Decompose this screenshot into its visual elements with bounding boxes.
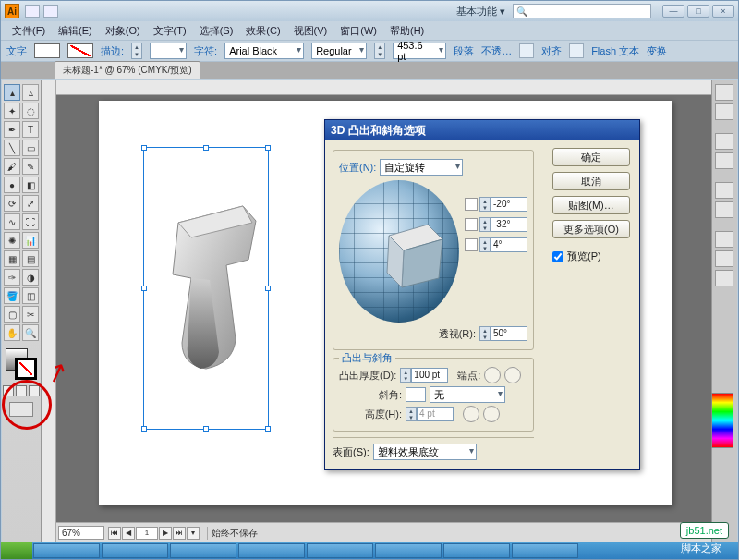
zoom-field[interactable]: 67% — [58, 526, 104, 540]
preview-checkbox-input[interactable] — [552, 251, 563, 262]
panel-swatches-icon[interactable] — [715, 103, 733, 120]
rot-y-stepper[interactable]: ▲▼ — [479, 217, 491, 232]
menu-select[interactable]: 选择(S) — [194, 22, 239, 40]
bevel-in-button[interactable] — [463, 406, 479, 422]
type-tool[interactable]: T — [22, 121, 39, 138]
cap-on-button[interactable] — [484, 367, 501, 383]
rot-z-stepper[interactable]: ▲▼ — [479, 237, 491, 252]
workspace-switcher[interactable]: 基本功能 ▾ — [456, 5, 505, 18]
map-art-button[interactable]: 贴图(M)… — [552, 196, 630, 214]
taskbar-item[interactable] — [443, 543, 510, 558]
menu-help[interactable]: 帮助(H) — [384, 22, 430, 40]
stroke-weight-stepper[interactable]: ▲▼ — [131, 43, 142, 59]
bridge-icon[interactable] — [25, 5, 40, 18]
magic-wand-tool[interactable]: ✦ — [4, 103, 20, 119]
taskbar-item[interactable] — [512, 543, 578, 558]
fill-stroke-control[interactable] — [6, 348, 37, 380]
font-size-select[interactable]: 453.6 pt — [393, 43, 446, 59]
handle-top-middle[interactable] — [203, 145, 209, 151]
blob-brush-tool[interactable]: ● — [4, 177, 20, 193]
font-size-stepper[interactable]: ▲▼ — [374, 43, 385, 59]
perspective-field[interactable]: 50° — [491, 326, 527, 341]
menu-window[interactable]: 窗口(W) — [334, 22, 382, 40]
blend-tool[interactable]: ◑ — [22, 269, 39, 286]
nav-last[interactable]: ⏭ — [173, 527, 186, 540]
mesh-tool[interactable]: ▦ — [4, 250, 20, 267]
screen-mode-button[interactable] — [9, 402, 33, 417]
scale-tool[interactable]: ⤢ — [22, 195, 39, 212]
live-paint-selection-tool[interactable]: ◫ — [22, 287, 39, 304]
font-style-select[interactable]: Regular — [311, 43, 367, 59]
handle-top-right[interactable] — [265, 145, 271, 151]
bevel-height-stepper[interactable]: ▲▼ — [406, 407, 417, 421]
panel-appearance-icon[interactable] — [715, 201, 733, 218]
hand-tool[interactable]: ✋ — [4, 324, 20, 341]
nav-next[interactable]: ▶ — [159, 527, 172, 540]
taskbar-item[interactable] — [170, 543, 236, 558]
more-options-button[interactable]: 更多选项(O) — [552, 220, 630, 238]
recolor-icon[interactable] — [519, 43, 534, 58]
close-button[interactable]: × — [712, 5, 734, 18]
paintbrush-tool[interactable]: 🖌 — [4, 158, 20, 175]
nav-dropdown[interactable]: ▾ — [187, 527, 200, 540]
transform-label[interactable]: 变换 — [647, 44, 667, 58]
perspective-stepper[interactable]: ▲▼ — [479, 326, 491, 341]
pencil-tool[interactable]: ✎ — [22, 158, 39, 175]
stroke-label[interactable]: 描边: — [101, 44, 124, 58]
rotate-tool[interactable]: ⟳ — [4, 195, 20, 212]
handle-bottom-middle[interactable] — [203, 426, 209, 432]
menu-type[interactable]: 文字(T) — [148, 22, 192, 40]
live-paint-tool[interactable]: 🪣 — [4, 287, 20, 304]
taskbar-item[interactable] — [238, 543, 305, 558]
free-transform-tool[interactable]: ⛶ — [22, 213, 39, 230]
cap-off-button[interactable] — [504, 367, 521, 383]
panel-gradient-icon[interactable] — [715, 152, 733, 169]
flash-text-label[interactable]: Flash 文本 — [591, 44, 639, 58]
eraser-tool[interactable]: ◧ — [22, 177, 39, 193]
rot-x-field[interactable]: -20° — [491, 197, 527, 212]
gradient-tool[interactable]: ▤ — [22, 250, 39, 267]
opacity-label[interactable]: 不透… — [481, 44, 512, 58]
taskbar-item[interactable] — [102, 543, 168, 558]
nav-page-field[interactable]: 1 — [136, 527, 158, 540]
direct-selection-tool[interactable]: ▵ — [22, 84, 39, 101]
color-mode-none[interactable] — [29, 385, 40, 396]
taskbar-item[interactable] — [375, 543, 442, 558]
color-mode-gradient[interactable] — [16, 385, 27, 396]
rot-z-field[interactable]: 4° — [491, 237, 527, 252]
flash-icon[interactable] — [569, 43, 584, 58]
zoom-tool[interactable]: 🔍 — [22, 324, 39, 341]
selection-tool[interactable]: ▴ — [4, 84, 20, 101]
line-tool[interactable]: ╲ — [4, 140, 20, 156]
eyedropper-tool[interactable]: ✑ — [4, 269, 20, 286]
minimize-button[interactable]: — — [662, 5, 684, 18]
menu-file[interactable]: 文件(F) — [6, 22, 51, 40]
lasso-tool[interactable]: ◌ — [22, 103, 39, 119]
menu-edit[interactable]: 编辑(E) — [53, 22, 98, 40]
search-input[interactable]: 🔍 — [513, 4, 651, 18]
font-family-select[interactable]: Arial Black — [224, 43, 304, 59]
arrange-icon[interactable] — [43, 5, 58, 18]
stroke-weight-select[interactable] — [150, 43, 187, 59]
rectangle-tool[interactable]: ▭ — [22, 140, 39, 156]
panel-layers-icon[interactable] — [715, 231, 733, 248]
panel-brushes-icon[interactable] — [715, 270, 733, 286]
bevel-out-button[interactable] — [483, 406, 500, 422]
nav-prev[interactable]: ◀ — [122, 527, 135, 540]
bevel-select[interactable]: 无 — [430, 386, 505, 403]
slice-tool[interactable]: ✂ — [22, 306, 39, 323]
bevel-height-field[interactable]: 4 pt — [417, 407, 454, 421]
preview-checkbox[interactable]: 预览(P) — [552, 250, 630, 263]
menu-effect[interactable]: 效果(C) — [240, 22, 285, 40]
depth-field[interactable]: 100 pt — [411, 368, 448, 383]
handle-bottom-left[interactable] — [141, 426, 147, 432]
menu-object[interactable]: 对象(O) — [100, 22, 146, 40]
nav-first[interactable]: ⏮ — [108, 527, 121, 540]
position-select[interactable]: 自定旋转 — [380, 159, 463, 176]
graph-tool[interactable]: 📊 — [22, 232, 39, 249]
handle-top-left[interactable] — [141, 145, 147, 151]
stroke-color-icon[interactable] — [15, 358, 37, 380]
paragraph-label[interactable]: 段落 — [454, 44, 474, 58]
color-mode-solid[interactable] — [3, 385, 14, 396]
handle-middle-left[interactable] — [141, 286, 147, 291]
